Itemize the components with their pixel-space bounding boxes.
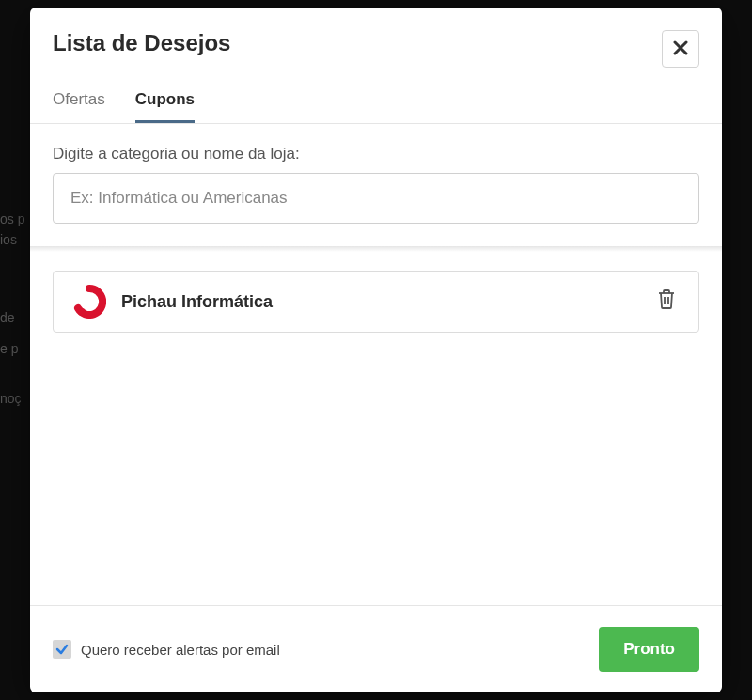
bg-text: ios — [0, 232, 17, 247]
bg-text: noç — [0, 391, 22, 406]
done-button[interactable]: Pronto — [599, 627, 699, 672]
modal-body: Digite a categoria ou nome da loja: Pich… — [30, 124, 722, 605]
store-name: Pichau Informática — [121, 292, 638, 312]
modal-title: Lista de Desejos — [53, 30, 230, 56]
alerts-option: Quero receber alertas por email — [53, 640, 280, 659]
alerts-checkbox-label: Quero receber alertas por email — [81, 642, 280, 658]
modal-header: Lista de Desejos — [30, 8, 722, 85]
alerts-checkbox[interactable] — [53, 640, 71, 659]
search-section: Digite a categoria ou nome da loja: — [30, 124, 722, 246]
store-search-input[interactable] — [53, 173, 699, 224]
modal-footer: Quero receber alertas por email Pronto — [30, 605, 722, 692]
tab-ofertas[interactable]: Ofertas — [53, 85, 105, 123]
svg-point-0 — [78, 308, 86, 316]
tab-cupons[interactable]: Cupons — [135, 85, 195, 123]
bg-text: de — [0, 310, 15, 325]
wishlist-modal: Lista de Desejos Ofertas Cupons Digite a… — [30, 8, 722, 692]
close-button[interactable] — [662, 30, 699, 68]
search-label: Digite a categoria ou nome da loja: — [53, 145, 699, 163]
tabs: Ofertas Cupons — [30, 85, 722, 123]
bg-text: e p — [0, 341, 18, 356]
trash-icon — [657, 290, 676, 314]
wishlist-items: Pichau Informática — [30, 252, 722, 605]
delete-item-button[interactable] — [653, 285, 680, 319]
list-item: Pichau Informática — [53, 271, 699, 333]
store-logo-icon — [72, 285, 106, 319]
check-icon — [55, 643, 69, 656]
bg-text: os p — [0, 211, 24, 226]
close-icon — [673, 39, 688, 60]
